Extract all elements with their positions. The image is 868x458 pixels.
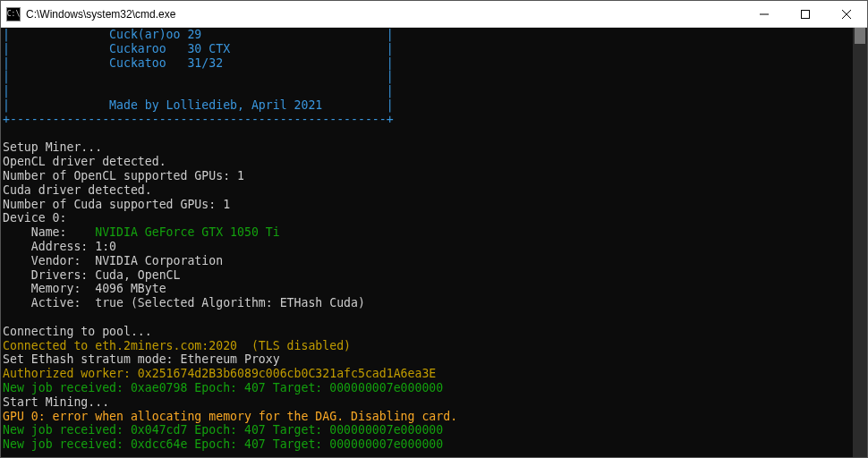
vertical-scrollbar[interactable]	[853, 28, 867, 457]
log-line: Memory: 4096 MByte	[3, 282, 166, 295]
log-line: Vendor: NVIDIA Corporation	[3, 254, 223, 267]
app-icon-wrap: C:\	[1, 7, 26, 21]
log-line: Number of OpenCL supported GPUs: 1	[3, 169, 244, 182]
header-line: | Cuckaroo 30 CTX |	[3, 42, 394, 55]
titlebar[interactable]: C:\ C:\Windows\system32\cmd.exe	[1, 1, 867, 28]
close-button[interactable]	[826, 1, 867, 28]
window-title: C:\Windows\system32\cmd.exe	[26, 8, 175, 21]
log-line: Number of Cuda supported GPUs: 1	[3, 198, 230, 211]
header-line: | Cuck(ar)oo 29 |	[3, 28, 394, 41]
log-line: Active: true (Selected Algorithm: ETHash…	[3, 296, 365, 310]
log-line: Address: 1:0	[3, 240, 116, 253]
device-name-value: NVIDIA GeForce GTX 1050 Ti	[95, 225, 279, 239]
header-line: | Made by Lolliedieb, April 2021 |	[3, 98, 394, 112]
terminal-output[interactable]: | Cuck(ar)oo 29 | | Cuckaroo 30 CTX | | …	[1, 28, 853, 457]
cmd-icon: C:\	[6, 7, 21, 21]
log-line: Setup Miner...	[3, 140, 102, 154]
log-line: OpenCL driver detected.	[3, 155, 166, 168]
log-line: Cuda driver detected.	[3, 183, 152, 197]
minimize-button[interactable]	[744, 1, 785, 28]
header-line: | |	[3, 70, 394, 83]
device-name-label: Name:	[3, 225, 95, 239]
maximize-button[interactable]	[785, 1, 826, 28]
log-line-auth: Authorized worker: 0x251674d2B3b6089c006…	[3, 367, 436, 380]
scrollbar-thumb[interactable]	[855, 28, 865, 44]
terminal-client-area: | Cuck(ar)oo 29 | | Cuckaroo 30 CTX | | …	[1, 28, 867, 457]
header-line: | |	[3, 84, 394, 98]
log-line-error: GPU 0: error when allocating memory for …	[3, 410, 457, 423]
log-line: Device 0:	[3, 211, 66, 225]
header-line: +---------------------------------------…	[3, 113, 394, 126]
log-line: Drivers: Cuda, OpenCL	[3, 268, 181, 282]
log-line-job: New job received: 0xae0798 Epoch: 407 Ta…	[3, 381, 443, 394]
header-line: | Cuckatoo 31/32 |	[3, 56, 394, 70]
cmd-window: C:\ C:\Windows\system32\cmd.exe | Cuck(a…	[0, 0, 868, 458]
log-line-job: New job received: 0xdcc64e Epoch: 407 Ta…	[3, 437, 443, 451]
log-line: Start Mining...	[3, 395, 109, 409]
log-line-job: New job received: 0x047cd7 Epoch: 407 Ta…	[3, 423, 443, 437]
log-line: Connecting to pool...	[3, 325, 152, 338]
log-line-connected: Connected to eth.2miners.com:2020 (TLS d…	[3, 339, 351, 352]
svg-rect-0	[802, 10, 810, 18]
log-line: Set Ethash stratum mode: Ethereum Proxy	[3, 352, 280, 366]
